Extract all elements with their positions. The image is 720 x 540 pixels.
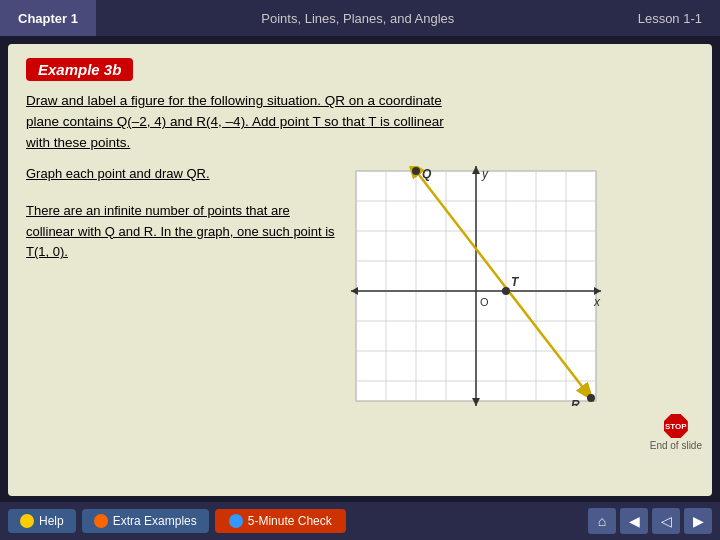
five-minute-check-button[interactable]: 5-Minute Check: [215, 509, 346, 533]
example-badge: Example 3b: [26, 58, 133, 81]
lesson-tab: Lesson 1-1: [620, 0, 720, 36]
end-of-slide-label: End of slide: [650, 440, 702, 451]
svg-marker-20: [594, 287, 601, 295]
nav-next-button[interactable]: ▶: [684, 508, 712, 534]
graph-section: Graph each point and draw QR. There are …: [26, 166, 694, 410]
svg-point-31: [587, 394, 595, 402]
extra-examples-icon: [94, 514, 108, 528]
help-icon: [20, 514, 34, 528]
end-of-slide-container: STOP End of slide: [650, 414, 702, 451]
help-button[interactable]: Help: [8, 509, 76, 533]
problem-text: Draw and label a figure for the followin…: [26, 91, 446, 154]
svg-text:y: y: [481, 167, 489, 181]
svg-marker-23: [472, 166, 480, 174]
stop-sign-icon: STOP: [664, 414, 688, 438]
collinear-text: There are an infinite number of points t…: [26, 203, 335, 260]
chapter-label: Chapter 1: [18, 11, 78, 26]
extra-examples-button[interactable]: Extra Examples: [82, 509, 209, 533]
svg-marker-21: [351, 287, 358, 295]
five-min-icon: [229, 514, 243, 528]
bottom-bar: Help Extra Examples 5-Minute Check ⌂ ◀ ◁…: [0, 502, 720, 540]
svg-marker-24: [472, 398, 480, 406]
nav-buttons: ⌂ ◀ ◁ ▶: [588, 508, 712, 534]
header: Chapter 1 Points, Lines, Planes, and Ang…: [0, 0, 720, 36]
header-title: Points, Lines, Planes, and Angles: [96, 11, 620, 26]
main-content: Example 3b Draw and label a figure for t…: [8, 44, 712, 496]
svg-text:x: x: [593, 295, 601, 309]
graph-container: x y O: [346, 166, 616, 410]
left-text: Graph each point and draw QR. There are …: [26, 166, 346, 263]
nav-prev-button[interactable]: ◀: [620, 508, 648, 534]
svg-point-33: [502, 287, 510, 295]
nav-home-button[interactable]: ⌂: [588, 508, 616, 534]
svg-point-29: [412, 167, 420, 175]
nav-back-button[interactable]: ◁: [652, 508, 680, 534]
svg-text:O: O: [480, 296, 489, 308]
graph-instruction: Graph each point and draw QR.: [26, 166, 336, 181]
svg-text:R: R: [571, 398, 580, 406]
chapter-tab[interactable]: Chapter 1: [0, 0, 96, 36]
svg-text:Q: Q: [422, 167, 432, 181]
coordinate-graph: x y O: [346, 166, 606, 406]
